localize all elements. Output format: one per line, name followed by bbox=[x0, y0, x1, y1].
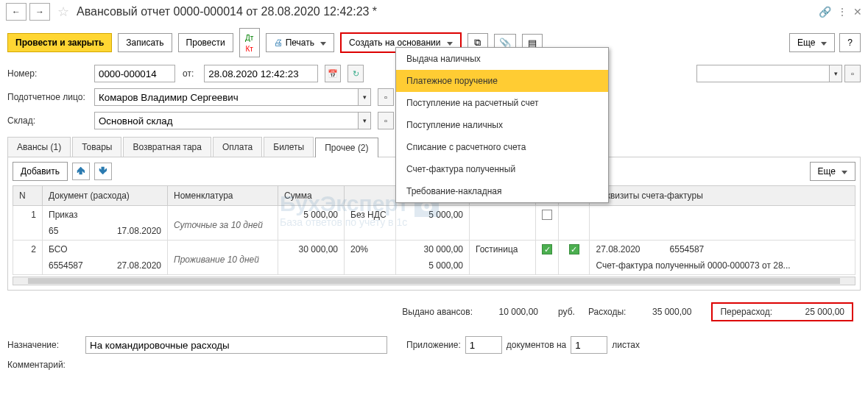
person-input[interactable] bbox=[94, 88, 358, 106]
tab-payment[interactable]: Оплата bbox=[213, 137, 262, 157]
chevron-down-icon bbox=[839, 166, 847, 177]
expenses-value: 35 000,00 bbox=[639, 303, 698, 321]
kebab-menu-icon[interactable]: ⋮ bbox=[837, 6, 847, 18]
open-button[interactable]: ▫ bbox=[378, 112, 394, 129]
checkbox-icon bbox=[542, 210, 552, 220]
currency: руб. bbox=[558, 307, 575, 317]
checkbox-icon bbox=[542, 244, 552, 254]
create-from-menu: Выдача наличных Платежное поручение Пост… bbox=[395, 47, 609, 203]
table-row[interactable]: 1 Приказ6517.08.2020 Суточные за 10 дней… bbox=[13, 206, 855, 241]
advances-label: Выдано авансов: bbox=[402, 307, 473, 317]
attachment-label: Приложение: bbox=[406, 340, 461, 350]
col-nomenclature[interactable]: Номенклатура bbox=[168, 186, 278, 206]
row-comment: Комментарий: bbox=[0, 357, 868, 373]
row-purpose: Назначение: Приложение: документов на ли… bbox=[0, 333, 868, 357]
person-label: Подотчетное лицо: bbox=[7, 92, 90, 102]
chevron-down-icon[interactable]: ▾ bbox=[358, 88, 371, 106]
chevron-down-icon[interactable]: ▾ bbox=[829, 65, 842, 82]
calendar-button[interactable]: 📅 bbox=[325, 65, 341, 82]
chevron-down-icon bbox=[444, 38, 453, 48]
refresh-icon[interactable]: ↻ bbox=[347, 65, 364, 82]
sheets-label: листах bbox=[612, 340, 640, 350]
sheets-input[interactable] bbox=[571, 336, 607, 354]
col-vat[interactable] bbox=[345, 186, 396, 206]
print-button[interactable]: 🖨Печать bbox=[266, 33, 334, 52]
comment-label: Комментарий: bbox=[7, 360, 81, 370]
tab-advances[interactable]: Авансы (1) bbox=[7, 137, 71, 157]
help-button[interactable]: ? bbox=[839, 33, 861, 52]
back-button[interactable]: ← bbox=[6, 3, 27, 21]
table-row[interactable]: 2 БСО655458727.08.2020 Проживание 10 дне… bbox=[13, 241, 855, 275]
tab-returnable[interactable]: Возвратная тара bbox=[123, 137, 211, 157]
submit-close-button[interactable]: Провести и закрыть bbox=[7, 33, 112, 52]
submit-button[interactable]: Провести bbox=[178, 33, 233, 52]
move-up-button[interactable]: 🡹 bbox=[72, 163, 90, 180]
docs-on-label: документов на bbox=[507, 340, 567, 350]
favorite-star-icon[interactable]: ☆ bbox=[57, 4, 69, 20]
menu-item[interactable]: Требование-накладная bbox=[396, 180, 608, 202]
open-button[interactable]: ▫ bbox=[844, 65, 861, 82]
chevron-down-icon bbox=[818, 38, 827, 48]
table-more-button[interactable]: Еще bbox=[810, 162, 855, 181]
dtkt-button[interactable]: ДтКт bbox=[239, 28, 260, 57]
col-req[interactable]: Реквизиты счета-фактуры bbox=[590, 186, 855, 206]
move-down-button[interactable]: 🡻 bbox=[94, 163, 112, 180]
menu-item[interactable]: Списание с расчетного счета bbox=[396, 136, 608, 158]
col-doc[interactable]: Документ (расхода) bbox=[43, 186, 168, 206]
link-icon[interactable]: 🔗 bbox=[819, 6, 831, 18]
col-sum[interactable]: Сумма bbox=[278, 186, 345, 206]
menu-item[interactable]: Счет-фактура полученный bbox=[396, 158, 608, 180]
date-input[interactable] bbox=[204, 65, 318, 82]
close-icon[interactable]: ✕ bbox=[853, 6, 862, 18]
forward-button[interactable]: → bbox=[29, 3, 50, 21]
tab-other[interactable]: Прочее (2) bbox=[315, 138, 378, 157]
main-toolbar: Провести и закрыть Записать Провести ДтК… bbox=[0, 24, 868, 62]
tab-goods[interactable]: Товары bbox=[72, 137, 121, 157]
menu-item[interactable]: Платежное поручение bbox=[396, 70, 608, 92]
open-button[interactable]: ▫ bbox=[378, 88, 394, 106]
horizontal-scrollbar[interactable] bbox=[13, 277, 855, 285]
add-button[interactable]: Добавить bbox=[13, 162, 68, 181]
overrun-highlight: Перерасход: 25 000,00 bbox=[711, 302, 853, 321]
window-header: ← → ☆ Авансовый отчет 0000-000014 от 28.… bbox=[0, 0, 868, 24]
chevron-down-icon[interactable]: ▾ bbox=[358, 112, 371, 129]
checkbox-icon bbox=[569, 244, 579, 254]
chevron-down-icon bbox=[317, 38, 326, 48]
purpose-label: Назначение: bbox=[7, 340, 81, 350]
menu-item[interactable]: Выдача наличных bbox=[396, 48, 608, 70]
overrun-value: 25 000,00 bbox=[786, 307, 844, 317]
overrun-label: Перерасход: bbox=[720, 307, 772, 317]
more-button[interactable]: Еще bbox=[789, 33, 835, 52]
summary-bar: Выдано авансов: 10 000,00 руб. Расходы: … bbox=[7, 295, 861, 329]
tab-tickets[interactable]: Билеты bbox=[264, 137, 314, 157]
advances-value: 10 000,00 bbox=[486, 303, 545, 321]
warehouse-label: Склад: bbox=[7, 115, 90, 126]
purpose-input[interactable] bbox=[85, 336, 387, 354]
date-label: от: bbox=[183, 68, 194, 79]
col-n[interactable]: N bbox=[13, 186, 43, 206]
document-title: Авансовый отчет 0000-000014 от 28.08.202… bbox=[77, 5, 816, 18]
printer-icon: 🖨 bbox=[274, 38, 283, 48]
save-button[interactable]: Записать bbox=[118, 33, 172, 52]
menu-item[interactable]: Поступление наличных bbox=[396, 114, 608, 136]
warehouse-input[interactable] bbox=[94, 112, 358, 129]
attachment-input[interactable] bbox=[465, 336, 502, 354]
menu-item[interactable]: Поступление на расчетный счет bbox=[396, 92, 608, 114]
expenses-label: Расходы: bbox=[588, 307, 627, 317]
number-label: Номер: bbox=[7, 68, 90, 79]
number-input[interactable] bbox=[94, 65, 175, 82]
org-input[interactable] bbox=[696, 65, 829, 82]
